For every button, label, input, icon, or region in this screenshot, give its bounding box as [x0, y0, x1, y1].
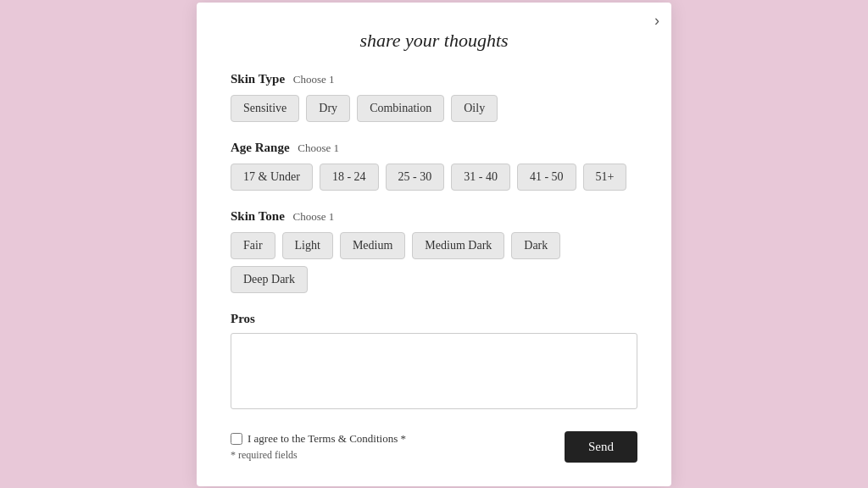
skin-type-option[interactable]: Dry — [306, 95, 350, 122]
skin-tone-label: Skin Tone Choose 1 — [231, 209, 637, 224]
pros-label: Pros — [231, 312, 637, 326]
age-range-option[interactable]: 18 - 24 — [320, 164, 379, 191]
footer-left: I agree to the Terms & Conditions * * re… — [231, 432, 406, 462]
modal-title: share your thoughts — [231, 30, 637, 52]
skin-tone-section: Skin Tone Choose 1 FairLightMediumMedium… — [231, 209, 637, 293]
skin-type-option[interactable]: Oily — [451, 95, 498, 122]
footer-row: I agree to the Terms & Conditions * * re… — [231, 431, 637, 463]
send-button[interactable]: Send — [565, 431, 637, 463]
age-range-section: Age Range Choose 1 17 & Under18 - 2425 -… — [231, 141, 637, 191]
terms-checkbox-row[interactable]: I agree to the Terms & Conditions * — [231, 432, 406, 446]
age-range-option[interactable]: 51+ — [583, 164, 627, 191]
age-range-option[interactable]: 31 - 40 — [451, 164, 510, 191]
terms-checkbox[interactable] — [231, 433, 242, 445]
skin-tone-option[interactable]: Medium — [340, 232, 405, 259]
skin-tone-option[interactable]: Medium Dark — [412, 232, 504, 259]
age-range-label: Age Range Choose 1 — [231, 141, 637, 155]
skin-type-options: SensitiveDryCombinationOily — [231, 95, 637, 122]
age-range-option[interactable]: 41 - 50 — [517, 164, 576, 191]
skin-tone-option[interactable]: Deep Dark — [231, 266, 308, 293]
close-button[interactable]: › — [654, 13, 659, 28]
pros-textarea[interactable] — [231, 333, 637, 409]
skin-tone-option[interactable]: Dark — [511, 232, 560, 259]
skin-type-option[interactable]: Combination — [357, 95, 444, 122]
age-range-option[interactable]: 25 - 30 — [386, 164, 445, 191]
skin-type-option[interactable]: Sensitive — [231, 95, 299, 122]
required-note: * required fields — [231, 449, 406, 462]
skin-type-section: Skin Type Choose 1 SensitiveDryCombinati… — [231, 72, 637, 122]
skin-tone-option[interactable]: Fair — [231, 232, 275, 259]
pros-section: Pros — [231, 312, 637, 413]
age-range-option[interactable]: 17 & Under — [231, 164, 313, 191]
age-range-options: 17 & Under18 - 2425 - 3031 - 4041 - 5051… — [231, 164, 637, 191]
modal: › share your thoughts Skin Type Choose 1… — [197, 3, 671, 486]
skin-tone-option[interactable]: Light — [282, 232, 333, 259]
skin-type-label: Skin Type Choose 1 — [231, 72, 637, 86]
skin-tone-options: FairLightMediumMedium DarkDarkDeep Dark — [231, 232, 637, 293]
terms-label: I agree to the Terms & Conditions * — [248, 432, 406, 446]
